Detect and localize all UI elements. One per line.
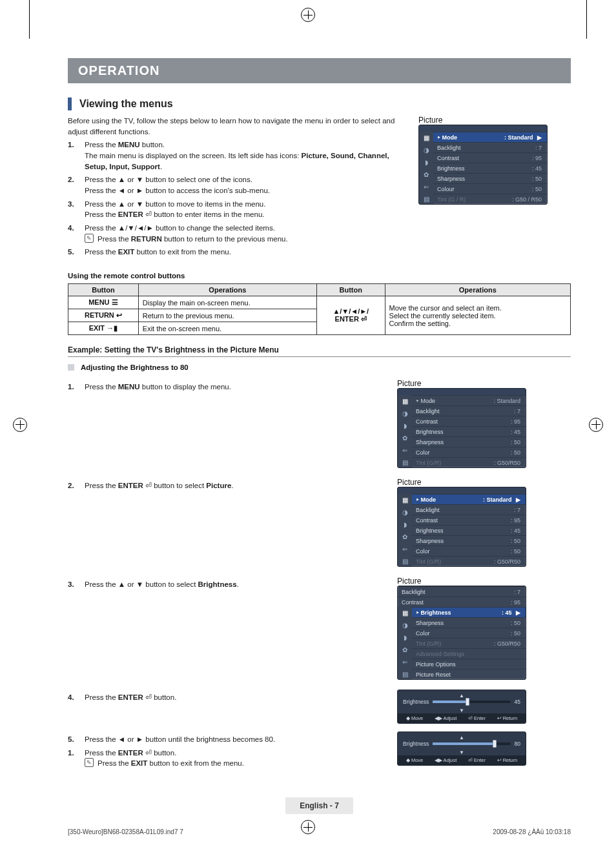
section-title: Viewing the menus [79, 98, 173, 110]
picture-icon: ▦ [400, 495, 409, 504]
support-icon: ▤ [400, 670, 409, 679]
list-item: Press the ▲ or ▼ button to move to items… [68, 199, 407, 220]
cell-op-nav: Move the cursor and select an item. Sele… [385, 296, 570, 335]
osd-item: Picture Reset [412, 669, 526, 679]
channel-icon: ◗ [400, 520, 409, 529]
slider-label: Brightness [403, 699, 429, 705]
osd-item: Tint (G/R): G50/R50 [412, 457, 526, 467]
main-steps-list: Press the MENU button. The main menu is … [68, 139, 407, 258]
example-heading: Example: Setting the TV's Brightness in … [68, 345, 571, 357]
step-text: Press the EXIT button to exit from the m… [85, 248, 231, 256]
page-number: English - 7 [285, 797, 353, 814]
osd-item: Sharpness: 50 [412, 535, 526, 546]
sound-icon: ◑ [422, 145, 431, 154]
th-operations: Operations [138, 284, 316, 296]
slider-value: 80 [515, 741, 520, 747]
osd-item: ‣ Mode: Standard [412, 395, 526, 405]
osd-item: Backlight: 7 [412, 405, 526, 416]
hint-return: ↩ Return [497, 715, 518, 721]
step-note: ✎ Press the RETURN button to return to t… [85, 234, 407, 245]
osd-item: Sharpness: 50 [412, 436, 526, 447]
input-icon: ⇐ [400, 657, 409, 666]
th-button: Button [316, 284, 385, 296]
bullet-icon [68, 364, 74, 371]
step-text: Press the ENTER ⏎ button to select Pictu… [85, 482, 234, 489]
osd-item: Sharpness: 50 [433, 173, 547, 183]
list-item: Press the MENU button. The main menu is … [68, 139, 407, 172]
hint-move: ◆ Move [406, 757, 423, 763]
list-item: Press the MENU button to display the men… [68, 382, 384, 393]
sound-icon: ◑ [400, 507, 409, 517]
list-item: Press the ENTER ⏎ button. ✎ Press the EX… [68, 748, 384, 769]
step-text: Press the ▲ or ▼ button to move to items… [85, 200, 265, 208]
osd-side-label: Picture [397, 379, 526, 388]
step-note: ✎ Press the EXIT button to exit from the… [85, 758, 384, 769]
brightness-slider-45: ▲ Brightness 45 ▼ ◆ Move ◀▶ Adjust ⏎ Ent… [397, 690, 526, 724]
remote-buttons-table: Button Operations Button Operations MENU… [68, 283, 571, 335]
enter-icon: ⏎ [145, 693, 152, 701]
osd-item: Tint (G / R): G50 / R50 [433, 194, 547, 204]
step-sub: The main menu is displayed on the screen… [85, 150, 407, 172]
setup-icon: ✿ [400, 532, 409, 541]
list-item: Press the ◄ or ► button until the bright… [68, 734, 384, 745]
list-item: Press the ▲ or ▼ button to select Bright… [68, 579, 384, 590]
osd-item: Contrast: 95 [398, 597, 526, 607]
cell-btn: MENU ☰ [68, 296, 139, 309]
chapter-title: OPERATION [68, 58, 571, 83]
enter-icon: ⏎ [145, 749, 152, 757]
registration-mark-icon [301, 820, 315, 834]
osd-item: Brightness: 45 [412, 426, 526, 436]
hint-move: ◆ Move [406, 715, 423, 721]
support-icon: ▤ [400, 557, 409, 566]
channel-icon: ◗ [422, 158, 431, 167]
picture-icon: ▦ [422, 133, 431, 142]
adjusting-heading: Adjusting the Brightness to 80 [81, 363, 189, 371]
osd-item: Color: 50 [412, 546, 526, 556]
list-item: Press the ENTER ⏎ button. [68, 692, 384, 703]
hint-return: ↩ Return [497, 757, 518, 763]
step-text: Press the ENTER ⏎ button. [85, 749, 176, 757]
step-text: Press the ▲ or ▼ button to select one of… [85, 176, 252, 183]
step-text: Press the ◄ or ► button until the bright… [85, 735, 275, 743]
cell-btn: EXIT →▮ [68, 322, 139, 335]
hint-adjust: ◀▶ Adjust [435, 715, 457, 721]
osd-item: Color: 50 [412, 447, 526, 457]
setup-icon: ✿ [400, 433, 409, 442]
osd-item: Contrast: 95 [412, 416, 526, 426]
table-row: MENU ☰ Display the main on-screen menu. … [68, 296, 571, 309]
osd-menu: ▦ ◑ ◗ ✿ ⇐ ▤ ‣ Mode : Standard ▶ Backligh… [418, 125, 548, 205]
enter-icon: ⏎ [145, 482, 152, 489]
osd-item: Tint (G/R): G50/R50 [412, 638, 526, 648]
setup-icon: ✿ [422, 170, 431, 179]
osd-fig-main: Picture ▦ ◑ ◗ ✿ ⇐ ▤ ‣ Mode : [418, 116, 548, 205]
step-text: Press the ▲ or ▼ button to select Bright… [85, 580, 239, 588]
step-text: Press the MENU button to display the men… [85, 383, 231, 391]
list-item: Press the ▲ or ▼ button to select one of… [68, 174, 407, 196]
osd-item-mode: ‣ Mode : Standard ▶ [433, 132, 547, 142]
hint-enter: ⏎ Enter [468, 715, 486, 721]
channel-icon: ◗ [400, 421, 409, 430]
osd-side-label: Picture [397, 577, 526, 586]
step-text: Press the MENU button. [85, 141, 165, 148]
osd-item: Advanced Settings [412, 648, 526, 659]
osd-fig-step1: Picture ▦ ◑ ◗ ✿ ⇐ ▤ ‣ Mode: Stan [397, 379, 526, 468]
th-button: Button [68, 284, 139, 296]
hint-adjust: ◀▶ Adjust [435, 757, 457, 763]
remote-subheading: Using the remote control buttons [68, 272, 571, 280]
channel-icon: ◗ [400, 633, 409, 642]
osd-side-label: Picture [418, 116, 548, 125]
osd-item: Backlight: 7 [412, 504, 526, 515]
cell-op: Display the main on-screen menu. [138, 296, 316, 309]
osd-side-label: Picture [397, 478, 526, 487]
input-icon: ⇐ [400, 544, 409, 553]
list-item: Press the ▲/▼/◄/► button to change the s… [68, 223, 407, 244]
note-icon: ✎ [85, 234, 94, 243]
doc-footer-right: 2009-08-28 ¿ÀÀü 10:03:18 [493, 828, 571, 835]
sound-icon: ◑ [400, 620, 409, 629]
brightness-slider-80: ▲ Brightness 80 ▼ ◆ Move ◀▶ Adjust ⏎ Ent… [397, 731, 526, 766]
osd-item: Brightness: 45 [412, 525, 526, 535]
slider-label: Brightness [403, 741, 429, 747]
input-icon: ⇐ [422, 182, 431, 191]
osd-fig-step2: Picture ▦ ◑ ◗ ✿ ⇐ ▤ ‣ Mode: Stan [397, 478, 526, 567]
support-icon: ▤ [400, 458, 409, 467]
